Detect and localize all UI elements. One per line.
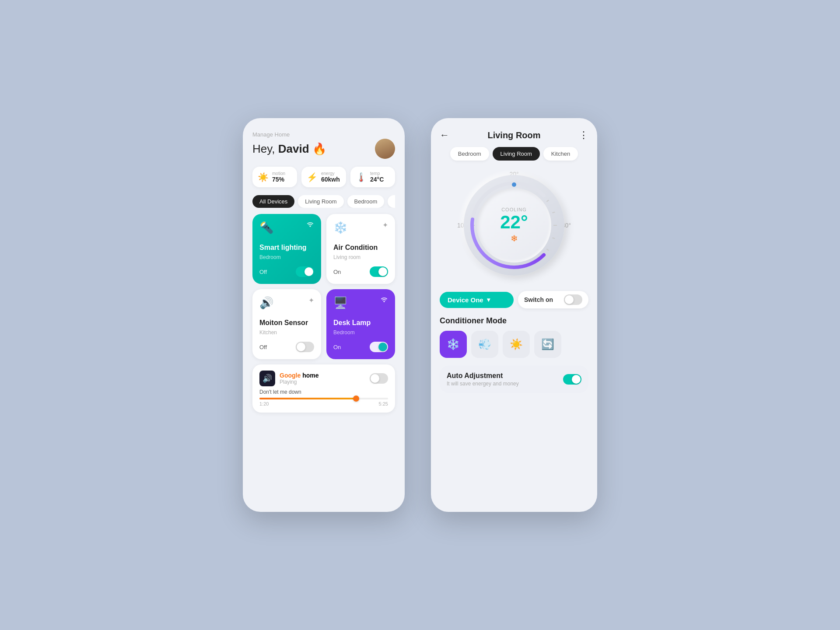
tab-all-devices[interactable]: All Devices xyxy=(252,195,294,208)
time-current: 1:20 xyxy=(259,401,269,406)
user-name: David xyxy=(278,142,309,155)
desk-lamp-icon: 🖥️ xyxy=(333,296,347,310)
air-condition-toggle[interactable] xyxy=(370,266,388,277)
smart-lighting-status: Off xyxy=(259,269,267,275)
manage-label: Manage Home xyxy=(252,131,395,138)
right-phone: ← Living Room ⋮ Bedroom Living Room Kitc… xyxy=(431,118,597,512)
lamp-icon: 🔦 xyxy=(259,221,273,234)
conditioner-mode-title: Conditioner Mode xyxy=(440,316,588,326)
auto-adjustment-title: Auto Adjustment xyxy=(447,372,519,380)
time-total: 5:25 xyxy=(379,401,388,406)
auto-adjustment-toggle[interactable] xyxy=(563,374,581,385)
mode-snow[interactable]: ❄️ xyxy=(440,331,467,358)
greeting: Hey, David 🔥 xyxy=(252,142,326,156)
google-brand: Google Google home home xyxy=(280,372,318,379)
left-phone: Manage Home Hey, David 🔥 ☀️ motion 75% ⚡… xyxy=(243,118,405,512)
device-motion-sensor[interactable]: 🔊 ✦ Moiton Sensor Kitchen Off xyxy=(252,289,321,359)
device-smart-lighting[interactable]: 🔦 Smart lighting Bedroom Off xyxy=(252,214,321,284)
energy-icon: ⚡ xyxy=(307,172,318,182)
progress-dot xyxy=(353,396,359,402)
more-button[interactable]: ⋮ xyxy=(579,130,588,141)
temperature-value: 22° xyxy=(500,213,528,231)
google-home-icon: 🔊 xyxy=(259,371,275,386)
motion-sensor-room: Kitchen xyxy=(259,329,314,336)
bt-icon-ac: ✦ xyxy=(382,221,388,229)
device-one-label: Device One xyxy=(448,296,483,304)
tab-living-room[interactable]: Living Room xyxy=(298,195,343,208)
svg-point-17 xyxy=(512,182,516,187)
temp-icon: 🌡️ xyxy=(356,172,367,182)
google-home-card: 🔊 Google Google home home Playing Don't … xyxy=(252,364,395,413)
tab-living-room[interactable]: Living Room xyxy=(493,147,540,161)
back-button[interactable]: ← xyxy=(440,130,449,141)
svg-line-12 xyxy=(546,249,549,251)
smart-lighting-toggle[interactable] xyxy=(296,266,314,277)
thermo-inner: COOLING 22° ❄ xyxy=(477,188,551,262)
desk-lamp-toggle[interactable] xyxy=(370,342,388,352)
stat-temp: 🌡️ temp 24°C xyxy=(350,167,395,187)
device-switch-row: Device One ▾ Switch on xyxy=(440,291,588,308)
stat-energy: ⚡ energy 60kwh xyxy=(301,167,346,187)
switch-on-toggle[interactable] xyxy=(564,294,582,305)
mode-sun[interactable]: ☀️ xyxy=(503,331,530,358)
desk-lamp-status: On xyxy=(333,344,341,350)
thermo-outer: COOLING 22° ❄ xyxy=(464,175,564,276)
energy-value: 60kwh xyxy=(321,176,340,183)
svg-line-9 xyxy=(552,212,555,213)
thermo-ring: COOLING 22° ❄ xyxy=(468,179,560,271)
room-tabs: Bedroom Living Room Kitchen xyxy=(440,147,588,161)
tab-bedroom[interactable]: Bedroom xyxy=(347,195,385,208)
energy-label: energy xyxy=(321,171,340,176)
desk-lamp-name: Desk Lamp xyxy=(333,319,388,327)
greeting-emoji: 🔥 xyxy=(312,142,326,155)
stats-row: ☀️ motion 75% ⚡ energy 60kwh 🌡️ temp 24°… xyxy=(252,167,395,187)
snow-icon: ❄ xyxy=(511,233,518,244)
device-desk-lamp[interactable]: 🖥️ Desk Lamp Bedroom On xyxy=(326,289,395,359)
wifi-icon-desk xyxy=(380,296,388,304)
speaker-icon: 🔊 xyxy=(259,296,273,310)
mode-buttons: ❄️ 💨 ☀️ 🔄 xyxy=(440,331,588,358)
device-air-condition[interactable]: ❄️ ✦ Air Condition Living room On xyxy=(326,214,395,284)
mode-cycle[interactable]: 🔄 xyxy=(534,331,561,358)
thermostat[interactable]: 20° 10° 30° xyxy=(457,168,571,282)
avatar[interactable] xyxy=(375,139,395,159)
wifi-icon-lighting xyxy=(306,221,314,229)
svg-line-8 xyxy=(546,200,549,202)
motion-value: 75% xyxy=(272,176,285,183)
tab-kitchen[interactable]: Kitchen xyxy=(543,147,578,161)
filter-tabs: All Devices Living Room Bedroom K… xyxy=(252,195,395,208)
mode-wind[interactable]: 💨 xyxy=(471,331,498,358)
tab-kitchen[interactable]: K… xyxy=(388,195,395,208)
progress-fill xyxy=(259,398,356,399)
desk-lamp-room: Bedroom xyxy=(333,329,388,336)
smart-lighting-room: Bedroom xyxy=(259,254,314,260)
tab-bedroom[interactable]: Bedroom xyxy=(450,147,489,161)
google-playing-label: Playing xyxy=(280,379,318,385)
switch-on-label: Switch on xyxy=(524,296,553,303)
auto-adjustment-subtitle: It will save energey and money xyxy=(447,381,519,387)
device-one-button[interactable]: Device One ▾ xyxy=(440,292,514,308)
bt-icon-motion: ✦ xyxy=(308,296,314,304)
right-header: ← Living Room ⋮ xyxy=(440,130,588,141)
motion-sensor-name: Moiton Sensor xyxy=(259,319,314,327)
air-condition-status: On xyxy=(333,269,341,275)
temp-label: temp xyxy=(370,171,384,176)
temp-value: 24°C xyxy=(370,176,384,183)
smart-lighting-name: Smart lighting xyxy=(259,244,314,252)
air-condition-room: Living room xyxy=(333,254,388,260)
progress-bar[interactable] xyxy=(259,398,388,399)
chevron-down-icon: ▾ xyxy=(487,296,490,303)
conditioner-mode-section: Conditioner Mode ❄️ 💨 ☀️ 🔄 xyxy=(440,316,588,358)
google-home-toggle[interactable] xyxy=(370,373,388,384)
auto-adjustment-card: Auto Adjustment It will save energey and… xyxy=(440,366,588,393)
motion-sensor-status: Off xyxy=(259,344,267,350)
svg-line-11 xyxy=(552,238,555,238)
motion-sensor-toggle[interactable] xyxy=(296,342,314,352)
device-grid: 🔦 Smart lighting Bedroom Off ❄️ ✦ xyxy=(252,214,395,359)
room-title: Living Room xyxy=(487,130,540,140)
motion-label: motion xyxy=(272,171,285,176)
ac-icon: ❄️ xyxy=(333,221,347,234)
stat-motion: ☀️ motion 75% xyxy=(252,167,297,187)
switch-on-area: Switch on xyxy=(518,291,588,308)
motion-icon: ☀️ xyxy=(258,172,269,182)
